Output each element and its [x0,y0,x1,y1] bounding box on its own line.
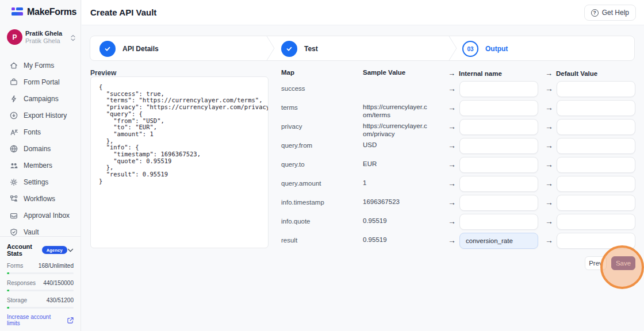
sidebar-item-workflows[interactable]: Workflows [0,190,80,207]
internal-name-input[interactable] [459,195,538,211]
sidebar-item-label: Workflows [24,195,55,203]
increase-limits-link[interactable]: Increase account limits [7,314,74,326]
shield-icon [9,228,18,237]
internal-name-input[interactable] [459,233,538,249]
sample-value: USD [363,141,428,149]
arrow-icon: → [448,198,456,207]
internal-name-input[interactable] [459,119,538,135]
field-label: privacy [281,123,359,130]
arrow-icon: → [448,84,456,93]
stat-value: 440/150000 [43,280,74,286]
globe-icon [9,144,18,153]
field-label: info.quote [281,218,359,225]
step-test[interactable]: Test [304,45,318,53]
prev-button[interactable]: Prev [585,256,607,270]
sidebar-item-form-portal[interactable]: Form Portal [0,74,80,90]
sidebar-item-label: Form Portal [24,78,60,86]
map-row-query.from: query.fromUSD→→ [82,138,644,157]
default-value-input[interactable] [557,81,635,97]
step-separator [266,36,275,60]
account-stats-title: Account Stats [7,243,39,257]
column-header-default-value: →Default Value [545,69,597,78]
sidebar-item-members[interactable]: Members [0,157,80,174]
column-header-map: Map [281,69,294,76]
sidebar-item-domains[interactable]: Domains [0,140,80,157]
internal-name-input[interactable] [459,214,538,230]
sidebar-item-campaigns[interactable]: Campaigns [0,90,80,107]
arrow-icon: → [448,236,456,245]
default-value-input[interactable] [557,138,635,154]
sidebar-item-label: My Forms [24,61,54,70]
avatar: P [7,29,22,45]
map-row-result: result0.95519→→ [82,233,644,252]
internal-name-input[interactable] [459,176,538,192]
step-output[interactable]: Output [485,45,508,53]
field-label: success [281,85,359,92]
field-label: info.timestamp [281,199,359,206]
sidebar-item-label: Settings [24,178,48,186]
brand-logo: MakeForms [12,6,76,18]
progress-bar [7,272,74,274]
main-content: API Details Test 03 Output Preview { "su… [82,25,644,331]
stat-value: 168/Unlimited [39,263,74,269]
column-header-internal-name: →Internal name [448,69,502,78]
user-name: Pratik Ghela [25,30,62,37]
internal-name-input[interactable] [459,100,538,116]
get-help-button[interactable]: ? Get Help [584,5,636,21]
field-label: query.amount [281,180,359,187]
stat-label: Forms [7,263,23,269]
arrow-icon: → [545,103,553,112]
briefcase-icon [9,78,18,87]
plan-badge: Agency [42,246,67,254]
step-1-check-icon[interactable] [99,41,116,57]
sidebar-item-label: Vault [24,228,39,236]
stat-row-forms: Forms168/Unlimited [7,263,74,274]
sidebar-item-settings[interactable]: Settings [0,174,80,190]
step-api-details[interactable]: API Details [122,45,159,53]
default-value-input[interactable] [557,214,635,230]
sidebar-item-approval-inbox[interactable]: Approval Inbox [0,207,80,224]
progress-bar [7,290,74,291]
default-value-input[interactable] [557,195,635,211]
sample-value: 0.95519 [363,236,428,244]
step-separator [448,36,458,60]
default-value-input[interactable] [557,233,635,249]
arrow-icon: → [448,179,456,188]
arrow-icon: → [545,179,553,188]
save-button[interactable]: Save [611,256,635,270]
arrow-icon: → [448,160,456,169]
sidebar-item-fonts[interactable]: Fonts [0,124,80,140]
internal-name-input[interactable] [459,157,538,173]
default-value-input[interactable] [557,157,635,173]
workspace-switcher[interactable]: P Pratik Ghela Pratik Ghela [7,29,75,47]
workflow-icon [9,194,18,203]
sidebar-item-my-forms[interactable]: My Forms [0,57,80,74]
arrow-icon: → [545,236,553,245]
column-header-sample-value: Sample Value [363,69,405,76]
lightning-icon [9,94,18,103]
step-2-check-icon[interactable] [281,41,297,57]
arrow-icon: → [448,122,456,131]
sidebar-item-label: Approval Inbox [24,211,70,220]
inbox-icon [9,211,18,220]
step-3-number-icon[interactable]: 03 [462,41,478,57]
stepper-card: API Details Test 03 Output [90,36,635,61]
internal-name-input[interactable] [459,81,538,97]
sample-value: 1 [363,179,428,187]
top-bar: Create API Vault ? Get Help [82,0,644,25]
sidebar-item-export-history[interactable]: Export History [0,107,80,124]
stat-label: Responses [7,280,36,286]
map-row-info.quote: info.quote0.95519→→ [82,214,644,233]
sample-value: 0.95519 [363,217,428,225]
default-value-input[interactable] [557,176,635,192]
internal-name-input[interactable] [459,138,538,154]
question-circle-icon: ? [591,9,599,17]
default-value-input[interactable] [557,119,635,135]
arrow-icon: → [545,217,553,226]
brand-name: MakeForms [27,7,76,17]
default-value-input[interactable] [557,100,635,116]
stat-row-storage: Storage430/51200 [7,297,74,309]
download-icon [9,111,18,120]
chevron-down-icon[interactable] [67,248,74,252]
map-row-query.amount: query.amount1→→ [82,176,644,195]
